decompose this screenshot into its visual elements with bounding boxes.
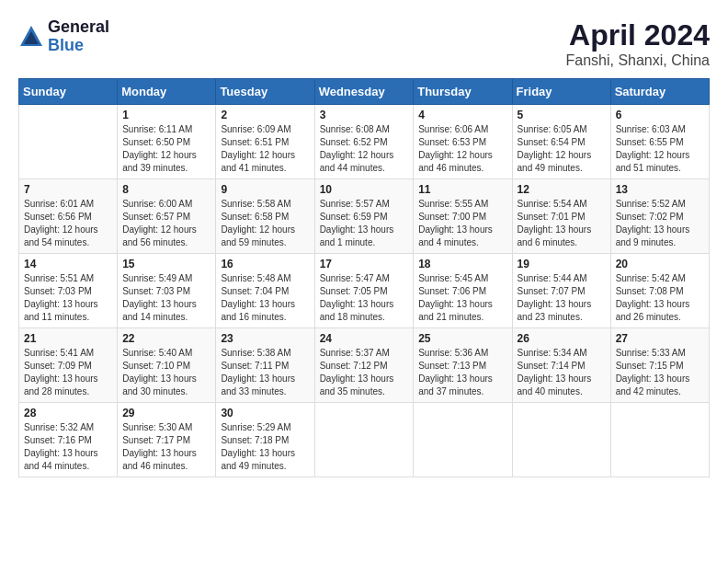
weekday-header-row: SundayMondayTuesdayWednesdayThursdayFrid… xyxy=(19,79,710,105)
day-info: Sunrise: 6:06 AM Sunset: 6:53 PM Dayligh… xyxy=(418,123,506,175)
calendar-cell: 23Sunrise: 5:38 AM Sunset: 7:11 PM Dayli… xyxy=(216,328,314,403)
month-title: April 2024 xyxy=(565,18,710,52)
weekday-header-thursday: Thursday xyxy=(414,79,512,105)
logo-icon xyxy=(18,24,44,50)
day-info: Sunrise: 5:41 AM Sunset: 7:09 PM Dayligh… xyxy=(24,347,112,398)
calendar-cell: 18Sunrise: 5:45 AM Sunset: 7:06 PM Dayli… xyxy=(414,254,512,328)
day-number: 13 xyxy=(616,183,704,196)
calendar-cell: 16Sunrise: 5:48 AM Sunset: 7:04 PM Dayli… xyxy=(216,254,314,328)
logo-text: General Blue xyxy=(48,18,109,55)
day-info: Sunrise: 5:54 AM Sunset: 7:01 PM Dayligh… xyxy=(518,198,606,249)
day-info: Sunrise: 5:49 AM Sunset: 7:03 PM Dayligh… xyxy=(122,272,210,324)
day-info: Sunrise: 5:55 AM Sunset: 7:00 PM Dayligh… xyxy=(418,198,506,249)
header: General Blue April 2024 Fanshi, Shanxi, … xyxy=(18,18,710,69)
calendar-cell: 6Sunrise: 6:03 AM Sunset: 6:55 PM Daylig… xyxy=(610,105,709,179)
day-info: Sunrise: 5:57 AM Sunset: 6:59 PM Dayligh… xyxy=(320,198,409,249)
calendar-week-row: 28Sunrise: 5:32 AM Sunset: 7:16 PM Dayli… xyxy=(19,403,710,477)
weekday-header-friday: Friday xyxy=(512,79,610,105)
day-info: Sunrise: 5:58 AM Sunset: 6:58 PM Dayligh… xyxy=(221,198,309,249)
calendar-cell xyxy=(610,403,709,477)
day-number: 10 xyxy=(320,183,409,196)
calendar-cell: 1Sunrise: 6:11 AM Sunset: 6:50 PM Daylig… xyxy=(118,105,216,179)
day-number: 4 xyxy=(418,109,506,121)
calendar-cell: 5Sunrise: 6:05 AM Sunset: 6:54 PM Daylig… xyxy=(512,105,610,179)
day-number: 27 xyxy=(616,332,704,345)
calendar-week-row: 7Sunrise: 6:01 AM Sunset: 6:56 PM Daylig… xyxy=(19,179,710,254)
calendar-cell: 3Sunrise: 6:08 AM Sunset: 6:52 PM Daylig… xyxy=(314,105,414,179)
calendar-table: SundayMondayTuesdayWednesdayThursdayFrid… xyxy=(18,78,710,477)
day-info: Sunrise: 5:29 AM Sunset: 7:18 PM Dayligh… xyxy=(221,421,309,473)
calendar-cell: 15Sunrise: 5:49 AM Sunset: 7:03 PM Dayli… xyxy=(118,254,216,328)
calendar-cell: 30Sunrise: 5:29 AM Sunset: 7:18 PM Dayli… xyxy=(216,403,314,477)
calendar-cell: 10Sunrise: 5:57 AM Sunset: 6:59 PM Dayli… xyxy=(314,179,414,254)
calendar-cell xyxy=(414,403,512,477)
day-number: 24 xyxy=(320,332,409,345)
day-info: Sunrise: 6:03 AM Sunset: 6:55 PM Dayligh… xyxy=(616,123,704,175)
calendar-week-row: 21Sunrise: 5:41 AM Sunset: 7:09 PM Dayli… xyxy=(19,328,710,403)
logo: General Blue xyxy=(18,18,109,55)
calendar-cell: 20Sunrise: 5:42 AM Sunset: 7:08 PM Dayli… xyxy=(610,254,709,328)
day-info: Sunrise: 5:33 AM Sunset: 7:15 PM Dayligh… xyxy=(616,347,704,398)
day-number: 26 xyxy=(518,332,606,345)
day-number: 9 xyxy=(221,183,309,196)
calendar-cell: 9Sunrise: 5:58 AM Sunset: 6:58 PM Daylig… xyxy=(216,179,314,254)
calendar-cell: 12Sunrise: 5:54 AM Sunset: 7:01 PM Dayli… xyxy=(512,179,610,254)
calendar-cell: 25Sunrise: 5:36 AM Sunset: 7:13 PM Dayli… xyxy=(414,328,512,403)
day-number: 23 xyxy=(221,332,309,345)
weekday-header-saturday: Saturday xyxy=(610,79,709,105)
day-number: 2 xyxy=(221,109,309,121)
weekday-header-wednesday: Wednesday xyxy=(314,79,414,105)
calendar-cell: 24Sunrise: 5:37 AM Sunset: 7:12 PM Dayli… xyxy=(314,328,414,403)
day-number: 7 xyxy=(24,183,112,196)
calendar-cell: 22Sunrise: 5:40 AM Sunset: 7:10 PM Dayli… xyxy=(118,328,216,403)
calendar-cell xyxy=(314,403,414,477)
calendar-cell: 29Sunrise: 5:30 AM Sunset: 7:17 PM Dayli… xyxy=(118,403,216,477)
weekday-header-sunday: Sunday xyxy=(19,79,118,105)
calendar-cell: 7Sunrise: 6:01 AM Sunset: 6:56 PM Daylig… xyxy=(19,179,118,254)
day-info: Sunrise: 5:34 AM Sunset: 7:14 PM Dayligh… xyxy=(518,347,606,398)
day-info: Sunrise: 5:47 AM Sunset: 7:05 PM Dayligh… xyxy=(320,272,409,324)
day-info: Sunrise: 5:40 AM Sunset: 7:10 PM Dayligh… xyxy=(122,347,210,398)
location-title: Fanshi, Shanxi, China xyxy=(565,52,710,69)
day-number: 1 xyxy=(122,109,210,121)
day-info: Sunrise: 6:01 AM Sunset: 6:56 PM Dayligh… xyxy=(24,198,112,249)
day-number: 8 xyxy=(122,183,210,196)
day-number: 5 xyxy=(518,109,606,121)
weekday-header-monday: Monday xyxy=(118,79,216,105)
day-number: 16 xyxy=(221,258,309,270)
day-number: 11 xyxy=(418,183,506,196)
day-info: Sunrise: 6:11 AM Sunset: 6:50 PM Dayligh… xyxy=(122,123,210,175)
calendar-cell: 26Sunrise: 5:34 AM Sunset: 7:14 PM Dayli… xyxy=(512,328,610,403)
title-area: April 2024 Fanshi, Shanxi, China xyxy=(565,18,710,69)
day-info: Sunrise: 5:36 AM Sunset: 7:13 PM Dayligh… xyxy=(418,347,506,398)
day-info: Sunrise: 5:37 AM Sunset: 7:12 PM Dayligh… xyxy=(320,347,409,398)
day-number: 21 xyxy=(24,332,112,345)
day-info: Sunrise: 5:38 AM Sunset: 7:11 PM Dayligh… xyxy=(221,347,309,398)
calendar-week-row: 1Sunrise: 6:11 AM Sunset: 6:50 PM Daylig… xyxy=(19,105,710,179)
calendar-cell: 2Sunrise: 6:09 AM Sunset: 6:51 PM Daylig… xyxy=(216,105,314,179)
calendar-cell xyxy=(19,105,118,179)
day-number: 19 xyxy=(518,258,606,270)
calendar-cell xyxy=(512,403,610,477)
day-number: 30 xyxy=(221,407,309,419)
day-number: 3 xyxy=(320,109,409,121)
day-number: 18 xyxy=(418,258,506,270)
calendar-cell: 27Sunrise: 5:33 AM Sunset: 7:15 PM Dayli… xyxy=(610,328,709,403)
day-info: Sunrise: 5:32 AM Sunset: 7:16 PM Dayligh… xyxy=(24,421,112,473)
calendar-cell: 8Sunrise: 6:00 AM Sunset: 6:57 PM Daylig… xyxy=(118,179,216,254)
calendar-week-row: 14Sunrise: 5:51 AM Sunset: 7:03 PM Dayli… xyxy=(19,254,710,328)
calendar-cell: 4Sunrise: 6:06 AM Sunset: 6:53 PM Daylig… xyxy=(414,105,512,179)
day-info: Sunrise: 5:45 AM Sunset: 7:06 PM Dayligh… xyxy=(418,272,506,324)
logo-blue-text: Blue xyxy=(48,37,109,55)
calendar-cell: 28Sunrise: 5:32 AM Sunset: 7:16 PM Dayli… xyxy=(19,403,118,477)
calendar-cell: 17Sunrise: 5:47 AM Sunset: 7:05 PM Dayli… xyxy=(314,254,414,328)
day-info: Sunrise: 5:42 AM Sunset: 7:08 PM Dayligh… xyxy=(616,272,704,324)
day-number: 6 xyxy=(616,109,704,121)
day-number: 14 xyxy=(24,258,112,270)
day-info: Sunrise: 5:52 AM Sunset: 7:02 PM Dayligh… xyxy=(616,198,704,249)
calendar-cell: 13Sunrise: 5:52 AM Sunset: 7:02 PM Dayli… xyxy=(610,179,709,254)
day-number: 17 xyxy=(320,258,409,270)
calendar-cell: 11Sunrise: 5:55 AM Sunset: 7:00 PM Dayli… xyxy=(414,179,512,254)
weekday-header-tuesday: Tuesday xyxy=(216,79,314,105)
day-number: 15 xyxy=(122,258,210,270)
